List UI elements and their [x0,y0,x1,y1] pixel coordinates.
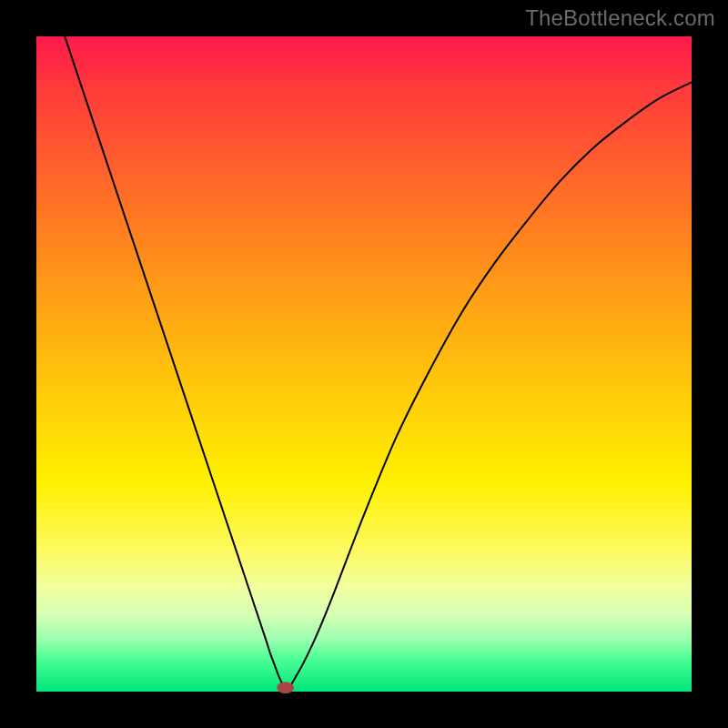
minimum-marker [277,682,294,693]
curve-layer [36,36,692,692]
bottleneck-curve [36,0,692,688]
plot-area [36,36,692,692]
chart-frame: TheBottleneck.com [0,0,728,728]
watermark-text: TheBottleneck.com [525,5,715,31]
